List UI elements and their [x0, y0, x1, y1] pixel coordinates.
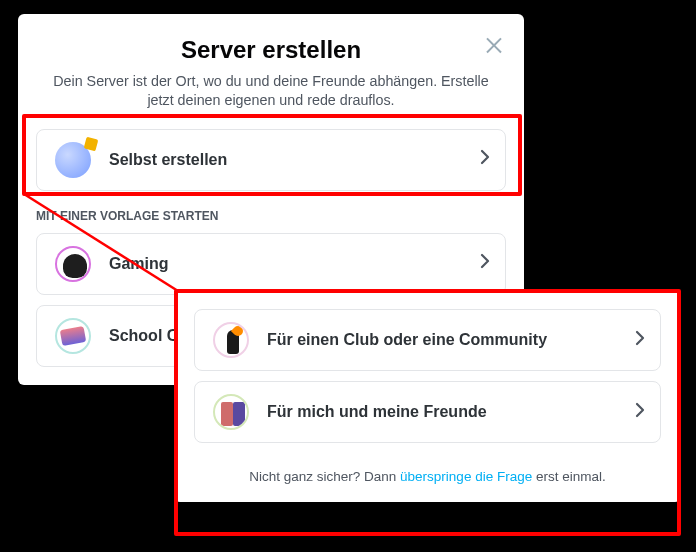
chevron-right-icon	[479, 149, 491, 170]
skip-question-link[interactable]: überspringe die Frage	[400, 469, 532, 484]
globe-icon	[51, 138, 95, 182]
footer-suffix: erst einmal.	[532, 469, 606, 484]
close-button[interactable]	[482, 32, 506, 56]
school-icon	[51, 314, 95, 358]
option-gaming-label: Gaming	[109, 255, 479, 273]
modal-title: Server erstellen	[36, 36, 506, 64]
option-friends[interactable]: Für mich und meine Freunde	[194, 381, 661, 443]
friends-icon	[209, 390, 253, 434]
gaming-icon	[51, 242, 95, 286]
option-friends-label: Für mich und meine Freunde	[267, 403, 634, 421]
option-club-label: Für einen Club oder eine Community	[267, 331, 634, 349]
chevron-right-icon	[634, 330, 646, 351]
option-club-community[interactable]: Für einen Club oder eine Community	[194, 309, 661, 371]
chevron-right-icon	[479, 253, 491, 274]
option-create-own-label: Selbst erstellen	[109, 151, 479, 169]
server-audience-modal: Für einen Club oder eine Community Für m…	[176, 291, 679, 502]
close-icon	[482, 32, 506, 56]
footer-text: Nicht ganz sicher? Dann überspringe die …	[194, 453, 661, 498]
footer-prefix: Nicht ganz sicher? Dann	[249, 469, 400, 484]
chevron-right-icon	[634, 402, 646, 423]
modal-subtitle: Dein Server ist der Ort, wo du und deine…	[36, 72, 506, 111]
club-icon	[209, 318, 253, 362]
option-gaming[interactable]: Gaming	[36, 233, 506, 295]
option-create-own[interactable]: Selbst erstellen	[36, 129, 506, 191]
template-section-header: MIT EINER VORLAGE STARTEN	[36, 209, 506, 223]
